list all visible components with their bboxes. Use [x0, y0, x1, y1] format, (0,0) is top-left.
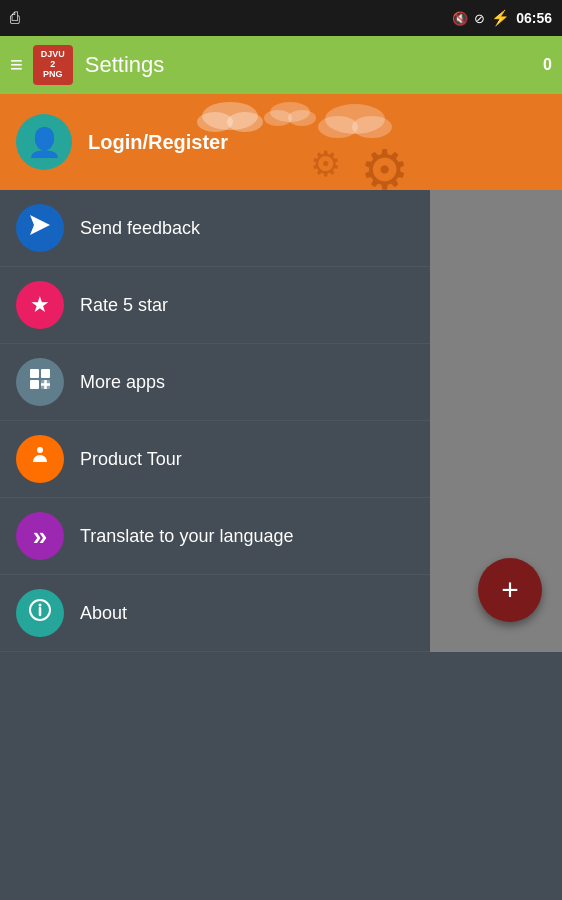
status-bar-left: ⎙: [10, 9, 20, 27]
svg-point-5: [288, 110, 316, 126]
svg-rect-14: [30, 380, 39, 389]
toolbar-title: Settings: [85, 52, 543, 78]
status-bar-right: 🔇 ⊘ ⚡ 06:56: [452, 9, 552, 27]
svg-point-21: [39, 604, 42, 607]
rate-5-star-icon-wrap: ★: [16, 281, 64, 329]
about-icon-wrap: [16, 589, 64, 637]
app-toolbar: ≡ DJVU2PNG Settings 0: [0, 36, 562, 94]
send-feedback-icon: [28, 213, 52, 243]
about-label: About: [80, 603, 127, 624]
translate-label: Translate to your language: [80, 526, 293, 547]
bottom-area: [0, 652, 562, 900]
svg-marker-11: [30, 215, 50, 235]
svg-text:⚙: ⚙: [310, 144, 341, 183]
block-icon: ⊘: [474, 11, 485, 26]
menu-list: Send feedback ★ Rate 5 star: [0, 190, 430, 652]
right-panel: +: [430, 190, 562, 652]
usb-icon: ⎙: [10, 9, 20, 27]
svg-point-2: [227, 112, 263, 132]
menu-item-rate-5-star[interactable]: ★ Rate 5 star: [0, 267, 430, 344]
translate-icon: »: [33, 521, 47, 552]
hamburger-icon[interactable]: ≡: [10, 52, 23, 78]
app-logo-text: DJVU2PNG: [41, 50, 65, 80]
battery-icon: ⚡: [491, 9, 510, 27]
more-apps-label: More apps: [80, 372, 165, 393]
about-icon: [28, 598, 52, 628]
status-time: 06:56: [516, 10, 552, 26]
svg-rect-12: [30, 369, 39, 378]
svg-point-18: [37, 447, 43, 453]
fab-button[interactable]: +: [478, 558, 542, 622]
login-register-label: Login/Register: [88, 131, 228, 154]
menu-item-about[interactable]: About: [0, 575, 430, 652]
svg-rect-13: [41, 369, 50, 378]
menu-item-product-tour[interactable]: Product Tour: [0, 421, 430, 498]
main-content: Send feedback ★ Rate 5 star: [0, 190, 562, 652]
more-apps-icon: [28, 367, 52, 397]
translate-icon-wrap: »: [16, 512, 64, 560]
more-apps-icon-wrap: [16, 358, 64, 406]
product-tour-icon-wrap: [16, 435, 64, 483]
product-tour-label: Product Tour: [80, 449, 182, 470]
toolbar-badge: 0: [543, 56, 552, 74]
send-feedback-icon-wrap: [16, 204, 64, 252]
mute-icon: 🔇: [452, 11, 468, 26]
product-tour-icon: [28, 444, 52, 474]
app-logo: DJVU2PNG: [33, 45, 73, 85]
send-feedback-label: Send feedback: [80, 218, 200, 239]
svg-point-8: [352, 116, 392, 138]
menu-item-send-feedback[interactable]: Send feedback: [0, 190, 430, 267]
rate-5-star-icon: ★: [30, 292, 50, 318]
menu-item-translate[interactable]: » Translate to your language: [0, 498, 430, 575]
avatar-icon: 👤: [27, 126, 62, 159]
svg-text:⚙: ⚙: [360, 139, 409, 190]
rate-5-star-label: Rate 5 star: [80, 295, 168, 316]
login-register-banner[interactable]: ⚙ ⚙ 👤 Login/Register: [0, 94, 562, 190]
status-bar: ⎙ 🔇 ⊘ ⚡ 06:56: [0, 0, 562, 36]
banner-decoration: ⚙ ⚙: [0, 94, 562, 190]
login-banner-bg: ⚙ ⚙: [0, 94, 562, 190]
login-avatar: 👤: [16, 114, 72, 170]
fab-plus-icon: +: [501, 575, 519, 605]
menu-item-more-apps[interactable]: More apps: [0, 344, 430, 421]
svg-point-4: [264, 110, 292, 126]
